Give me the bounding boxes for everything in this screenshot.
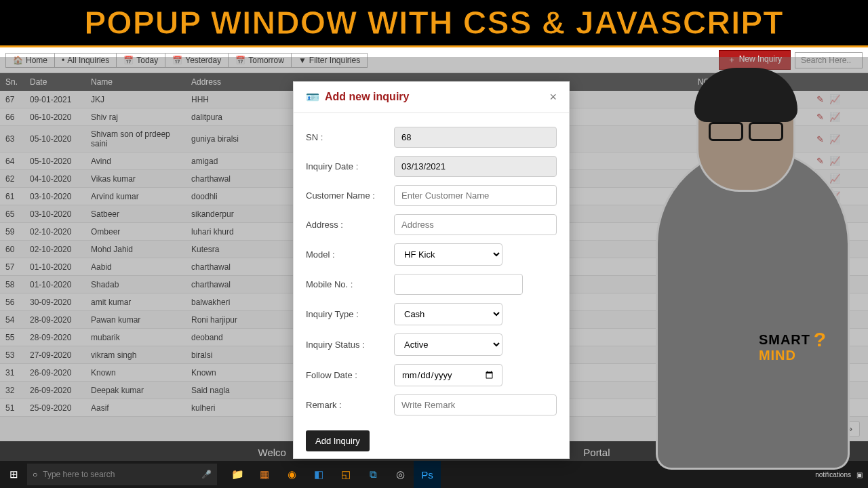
- search-input[interactable]: [795, 52, 863, 68]
- customer-name-label: Customer Name :: [306, 190, 394, 201]
- cell-last-call: 0000-00-00: [727, 241, 808, 258]
- edit-icon[interactable]: ✎: [816, 112, 824, 122]
- cell-sn: 60: [0, 241, 24, 258]
- close-icon[interactable]: ×: [549, 90, 557, 104]
- edit-icon[interactable]: ✎: [816, 403, 824, 413]
- edit-icon[interactable]: ✎: [816, 297, 824, 307]
- all-inquiries-button[interactable]: •All Inquiries: [54, 53, 117, 68]
- vscode-icon[interactable]: ⧉: [359, 461, 387, 488]
- next-page-button[interactable]: xt »: [832, 421, 860, 437]
- notifications-label[interactable]: notifications: [815, 471, 851, 479]
- customer-name-field[interactable]: [394, 185, 557, 206]
- chart-icon[interactable]: 📈: [829, 350, 840, 360]
- inquiry-type-select[interactable]: Cash: [394, 303, 502, 325]
- chrome-icon[interactable]: ◎: [387, 461, 414, 488]
- inquiry-status-select[interactable]: Active: [394, 333, 502, 356]
- chart-icon[interactable]: 📈: [829, 94, 840, 104]
- edit-icon[interactable]: ✎: [816, 332, 824, 342]
- start-button[interactable]: ⊞: [0, 468, 27, 481]
- chart-icon[interactable]: 📈: [829, 226, 840, 237]
- calendar-icon: 📅: [235, 56, 245, 65]
- edit-icon[interactable]: ✎: [816, 226, 824, 237]
- new-inquiry-button[interactable]: ＋New Inquiry: [719, 50, 791, 70]
- cell-noc: [686, 399, 727, 417]
- file-explorer-icon[interactable]: 📁: [224, 461, 251, 488]
- home-button[interactable]: 🏠Home: [5, 53, 55, 68]
- edit-icon[interactable]: ✎: [816, 262, 824, 272]
- chart-icon[interactable]: 📈: [829, 174, 840, 184]
- chart-icon[interactable]: 📈: [829, 367, 840, 378]
- cell-actions: ✎📈: [808, 293, 868, 311]
- edit-icon[interactable]: ✎: [816, 350, 824, 360]
- cell-sn: 57: [0, 258, 24, 276]
- follow-date-field[interactable]: [394, 364, 502, 386]
- navigation-toolbar: 🏠Home •All Inquiries 📅Today 📅Yesterday 📅…: [0, 47, 868, 73]
- edit-icon[interactable]: ✎: [816, 367, 824, 378]
- edit-icon[interactable]: ✎: [816, 134, 824, 144]
- mic-icon[interactable]: 🎤: [201, 470, 212, 479]
- chart-icon[interactable]: 📈: [829, 385, 840, 395]
- cell-sn: 51: [0, 399, 24, 417]
- filter-button[interactable]: ▼Filter Inquiries: [291, 53, 368, 68]
- app-icon[interactable]: ▦: [251, 461, 278, 488]
- edit-icon[interactable]: ✎: [816, 174, 824, 184]
- chart-icon[interactable]: 📈: [829, 156, 840, 166]
- chart-icon[interactable]: 📈: [829, 279, 840, 289]
- edit-icon[interactable]: ✎: [816, 279, 824, 289]
- model-select[interactable]: HF Kick: [394, 243, 502, 266]
- cell-sn: 53: [0, 346, 24, 364]
- cell-noc: [686, 382, 727, 399]
- edit-icon[interactable]: ✎: [816, 314, 824, 325]
- cell-noc: 0: [686, 241, 727, 258]
- chart-icon[interactable]: 📈: [829, 332, 840, 342]
- cell-name: Aabid: [85, 258, 186, 276]
- edit-icon[interactable]: ✎: [816, 209, 824, 219]
- cell-date: 03-10-2020: [24, 188, 85, 205]
- cell-name: vikram singh: [85, 346, 186, 364]
- chart-icon[interactable]: 📈: [829, 262, 840, 272]
- photoshop-icon[interactable]: Ps: [414, 461, 441, 488]
- tomorrow-button[interactable]: 📅Tomorrow: [228, 53, 292, 68]
- cell-actions: ✎📈: [808, 364, 868, 382]
- sublime-icon[interactable]: ◱: [332, 461, 359, 488]
- remark-field[interactable]: [394, 394, 557, 415]
- edit-icon[interactable]: ✎: [816, 156, 824, 166]
- title-banner: POPUP WINDOW WITH CSS & JAVASCRIPT: [0, 0, 868, 47]
- chart-icon[interactable]: 📈: [829, 244, 840, 254]
- cell-last-call: [727, 364, 808, 382]
- cell-actions: ✎📈: [808, 382, 868, 399]
- address-field[interactable]: [394, 214, 557, 235]
- chart-icon[interactable]: 📈: [829, 297, 840, 307]
- follow-date-label: Follow Date :: [306, 370, 394, 380]
- chart-icon[interactable]: 📈: [829, 209, 840, 219]
- mobile-field[interactable]: [394, 274, 523, 295]
- chart-icon[interactable]: 📈: [829, 191, 840, 201]
- cell-actions: ✎📈: [808, 399, 868, 417]
- chart-icon[interactable]: 📈: [829, 112, 840, 122]
- cell-name: Avind: [85, 152, 186, 170]
- yesterday-button[interactable]: 📅Yesterday: [165, 53, 229, 68]
- firefox-icon[interactable]: ◉: [278, 461, 305, 488]
- cell-date: 05-10-2020: [24, 152, 85, 170]
- cell-date: 02-10-2020: [24, 223, 85, 241]
- edit-icon[interactable]: ✎: [816, 94, 824, 104]
- add-inquiry-submit-button[interactable]: Add Inquiry: [306, 430, 370, 451]
- inquiry-date-field[interactable]: [394, 156, 557, 177]
- cell-sn: 65: [0, 205, 24, 223]
- app-icon-2[interactable]: ◧: [305, 461, 332, 488]
- chart-icon[interactable]: 📈: [829, 134, 840, 144]
- edit-icon[interactable]: ✎: [816, 191, 824, 201]
- cell-last-call: [727, 329, 808, 346]
- col-actions: [808, 73, 868, 91]
- taskbar-search[interactable]: ○ Type here to search 🎤: [27, 464, 217, 485]
- col-name: Name: [85, 73, 186, 91]
- edit-icon[interactable]: ✎: [816, 385, 824, 395]
- col-date: Date: [24, 73, 85, 91]
- cell-actions: ✎📈: [808, 205, 868, 223]
- chart-icon[interactable]: 📈: [829, 403, 840, 413]
- tray-icon[interactable]: ▣: [856, 471, 863, 479]
- today-button[interactable]: 📅Today: [116, 53, 165, 68]
- cell-last-call: 0000-00-00: [727, 223, 808, 241]
- edit-icon[interactable]: ✎: [816, 244, 824, 254]
- chart-icon[interactable]: 📈: [829, 314, 840, 325]
